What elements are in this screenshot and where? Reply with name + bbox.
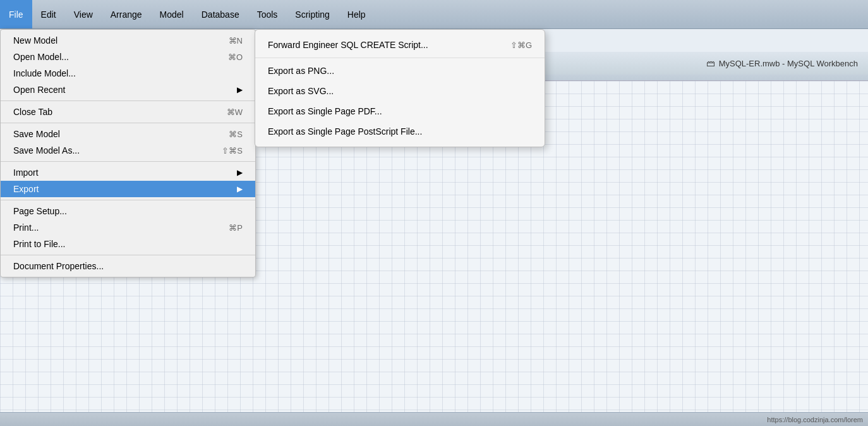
menubar: File Edit View Arrange Model Database To…: [0, 0, 868, 29]
submenu-separator-1: [255, 58, 545, 58]
submenu-item-forward-engineer-sql[interactable]: Forward Engineer SQL CREATE Script... ⇧⌘…: [255, 35, 545, 55]
menu-item-save-model-as[interactable]: Save Model As... ⇧⌘S: [1, 142, 255, 159]
separator-1: [1, 100, 255, 101]
export-submenu: Forward Engineer SQL CREATE Script... ⇧⌘…: [255, 29, 545, 147]
file-dropdown-menu: New Model ⌘N Open Model... ⌘O Include Mo…: [0, 29, 256, 277]
menu-view[interactable]: View: [65, 0, 102, 28]
menu-edit[interactable]: Edit: [32, 0, 65, 28]
menu-item-include-model[interactable]: Include Model...: [1, 65, 255, 82]
menu-item-close-tab[interactable]: Close Tab ⌘W: [1, 104, 255, 120]
menu-database[interactable]: Database: [193, 0, 248, 28]
menu-scripting[interactable]: Scripting: [286, 0, 338, 28]
open-recent-arrow-icon: ▶: [237, 85, 243, 94]
submenu-item-export-pdf[interactable]: Export as Single Page PDF...: [255, 101, 545, 121]
status-text: https://blog.codzinja.com/lorem: [767, 416, 863, 423]
menu-help[interactable]: Help: [339, 0, 375, 28]
import-arrow-icon: ▶: [237, 168, 243, 177]
submenu-item-export-postscript[interactable]: Export as Single Page PostScript File...: [255, 121, 545, 142]
menu-item-page-setup[interactable]: Page Setup...: [1, 203, 255, 219]
menu-item-save-model[interactable]: Save Model ⌘S: [1, 126, 255, 142]
menu-file[interactable]: File: [0, 0, 32, 28]
menu-item-print[interactable]: Print... ⌘P: [1, 219, 255, 236]
menu-model[interactable]: Model: [151, 0, 193, 28]
menu-item-import[interactable]: Import ▶: [1, 164, 255, 181]
export-arrow-icon: ▶: [237, 185, 243, 193]
separator-4: [1, 200, 255, 200]
menu-item-document-properties[interactable]: Document Properties...: [1, 258, 255, 274]
separator-2: [1, 123, 255, 123]
menu-item-export[interactable]: Export ▶: [1, 181, 255, 197]
menu-item-open-model[interactable]: Open Model... ⌘O: [1, 49, 255, 65]
window-title: MySQL-ER.mwb - MySQL Workbench: [719, 59, 858, 68]
title-icon: 🗃: [706, 58, 715, 68]
status-bar: https://blog.codzinja.com/lorem: [0, 412, 868, 426]
separator-5: [1, 255, 255, 255]
menu-arrange[interactable]: Arrange: [102, 0, 151, 28]
menu-item-new-model[interactable]: New Model ⌘N: [1, 32, 255, 49]
submenu-item-export-png[interactable]: Export as PNG...: [255, 61, 545, 81]
menu-tools[interactable]: Tools: [248, 0, 287, 28]
menu-item-open-recent[interactable]: Open Recent ▶: [1, 82, 255, 98]
submenu-item-export-svg[interactable]: Export as SVG...: [255, 81, 545, 101]
menu-item-print-to-file[interactable]: Print to File...: [1, 236, 255, 252]
separator-3: [1, 161, 255, 162]
